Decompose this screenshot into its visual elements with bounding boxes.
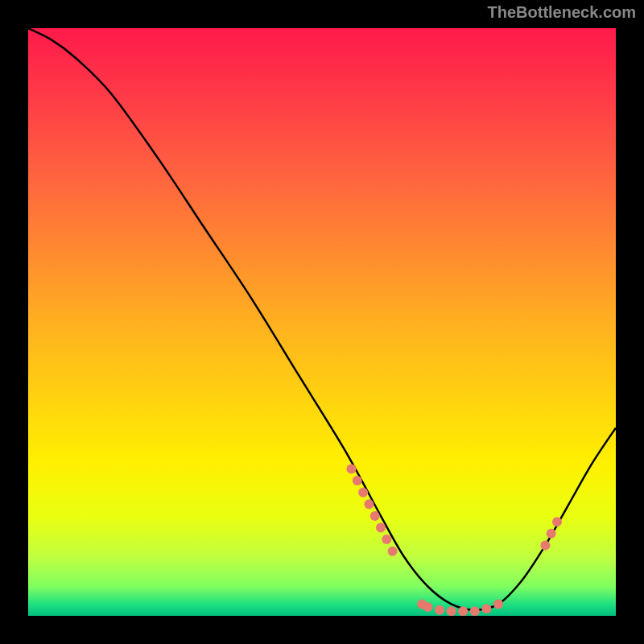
data-marker [547, 529, 556, 539]
data-marker [353, 476, 362, 485]
attribution-text: TheBottleneck.com [488, 3, 636, 22]
data-marker [364, 499, 374, 509]
data-marker [470, 606, 480, 616]
data-marker [447, 606, 456, 616]
data-marker [435, 605, 444, 615]
data-marker [376, 523, 386, 533]
data-marker [347, 464, 357, 474]
data-marker [481, 604, 491, 613]
data-marker [458, 606, 468, 616]
data-markers [347, 464, 563, 617]
data-marker [493, 599, 503, 609]
curve-svg [28, 28, 616, 616]
data-marker [382, 535, 391, 544]
data-marker [358, 488, 368, 497]
data-marker [423, 602, 432, 612]
data-marker [370, 511, 380, 521]
bottleneck-curve [28, 28, 616, 610]
plot-area [28, 28, 616, 616]
data-marker [388, 547, 398, 556]
data-marker [540, 540, 550, 550]
data-marker [552, 517, 562, 526]
